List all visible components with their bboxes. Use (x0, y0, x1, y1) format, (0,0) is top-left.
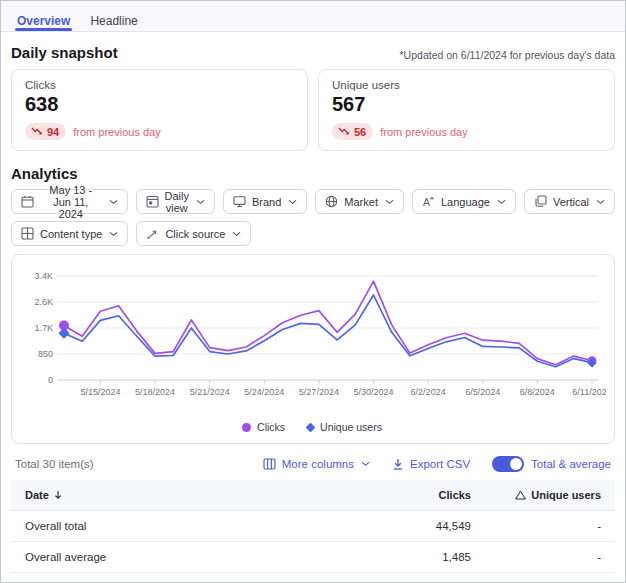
legend-item-unique-users: Unique users (307, 421, 382, 433)
analytics-table: Date Clicks Unique users Overall total 4… (11, 480, 615, 583)
analytics-title: Analytics (11, 165, 615, 182)
chevron-down-icon (196, 199, 205, 205)
unique-users-card-label: Unique users (332, 79, 601, 91)
svg-text:850: 850 (38, 349, 53, 359)
filter-content-type[interactable]: Content type (11, 221, 128, 246)
svg-text:5/15/2024: 5/15/2024 (80, 387, 120, 397)
unique-users-card-value: 567 (332, 93, 601, 116)
chevron-down-icon (109, 231, 118, 237)
sort-descending-icon (54, 490, 62, 500)
unique-users-change-text: from previous day (380, 126, 467, 138)
alert-triangle-icon (515, 490, 526, 500)
table-row-overall-total: Overall total 44,549 - (11, 511, 615, 542)
chevron-down-icon (385, 199, 394, 205)
table-row-overall-average: Overall average 1,485 - (11, 542, 615, 573)
toggle-switch[interactable] (492, 456, 524, 472)
trend-down-icon (31, 127, 43, 136)
export-csv-button[interactable]: Export CSV (392, 458, 470, 470)
filter-market[interactable]: Market (315, 189, 404, 214)
analytics-chart-card: 08501.7K2.6K3.4K5/15/20245/18/20245/21/2… (11, 254, 615, 444)
unique-users-diamond-swatch-icon (306, 422, 316, 432)
svg-text:1.7K: 1.7K (34, 323, 53, 333)
tab-headline[interactable]: Headline (80, 1, 147, 31)
svg-text:6/8/2024: 6/8/2024 (520, 387, 555, 397)
clicks-card-label: Clicks (25, 79, 294, 91)
filter-brand[interactable]: Brand (223, 189, 307, 214)
cursor-arrow-icon (146, 227, 159, 240)
svg-text:6/5/2024: 6/5/2024 (465, 387, 500, 397)
analytics-chart-svg: 08501.7K2.6K3.4K5/15/20245/18/20245/21/2… (18, 263, 606, 412)
chevron-down-icon (596, 199, 605, 205)
globe-icon (325, 195, 338, 208)
calendar-icon (21, 195, 34, 208)
chart-legend: Clicks Unique users (18, 416, 606, 433)
clicks-circle-swatch-icon (242, 423, 251, 432)
stack-icon (534, 195, 547, 208)
clicks-change-badge: 94 (25, 123, 66, 140)
svg-text:6/2/2024: 6/2/2024 (411, 387, 446, 397)
total-average-toggle[interactable]: Total & average (492, 456, 611, 472)
chevron-down-icon (109, 199, 118, 205)
columns-icon (263, 458, 276, 470)
top-tab-bar: Overview Headline (1, 1, 625, 32)
svg-text:5/27/2024: 5/27/2024 (299, 387, 339, 397)
more-columns-button[interactable]: More columns (263, 458, 370, 470)
monitor-icon (233, 195, 246, 208)
filter-view-granularity[interactable]: Daily view (136, 189, 215, 214)
svg-text:0: 0 (48, 375, 53, 385)
daily-snapshot-header: Daily snapshot *Updated on 6/11/2024 for… (11, 44, 615, 61)
svg-text:5/18/2024: 5/18/2024 (135, 387, 175, 397)
clicks-card-value: 638 (25, 93, 294, 116)
svg-text:5/21/2024: 5/21/2024 (190, 387, 230, 397)
svg-text:2.6K: 2.6K (34, 297, 53, 307)
unique-users-card: Unique users 567 56 from previous day (318, 69, 615, 151)
chevron-down-icon (497, 199, 506, 205)
column-header-date[interactable]: Date (25, 489, 351, 501)
daily-snapshot-title: Daily snapshot (11, 44, 118, 61)
chevron-down-icon (288, 199, 297, 205)
clicks-change-text: from previous day (73, 126, 160, 138)
total-items-label: Total 30 item(s) (15, 458, 94, 470)
updated-note: *Updated on 6/11/2024 for previous day's… (400, 49, 615, 61)
filter-date-range[interactable]: May 13 - Jun 11, 2024 (11, 189, 128, 214)
svg-text:5/30/2024: 5/30/2024 (353, 387, 393, 397)
download-icon (392, 458, 404, 470)
legend-item-clicks: Clicks (242, 421, 285, 433)
table-header-row: Date Clicks Unique users (11, 480, 615, 511)
clicks-card: Clicks 638 94 from previous day (11, 69, 308, 151)
table-row-date: 6/11/2024 638 567 (11, 573, 615, 583)
svg-text:3.4K: 3.4K (34, 271, 53, 281)
trend-down-icon (338, 127, 350, 136)
tab-overview[interactable]: Overview (7, 1, 80, 31)
svg-text:6/11/2024: 6/11/2024 (572, 387, 606, 397)
filter-language[interactable]: A Language (412, 189, 516, 214)
chevron-down-icon (232, 231, 241, 237)
filter-click-source[interactable]: Click source (136, 221, 251, 246)
column-header-unique-users[interactable]: Unique users (471, 489, 601, 501)
filter-vertical[interactable]: Vertical (524, 189, 615, 214)
grid-icon (21, 227, 34, 240)
svg-text:5/24/2024: 5/24/2024 (244, 387, 284, 397)
calendar-day-icon (146, 195, 159, 208)
svg-text:A: A (423, 196, 430, 208)
chevron-down-icon (361, 461, 370, 467)
unique-users-change-badge: 56 (332, 123, 373, 140)
translate-icon: A (422, 195, 435, 208)
column-header-clicks[interactable]: Clicks (351, 489, 471, 501)
